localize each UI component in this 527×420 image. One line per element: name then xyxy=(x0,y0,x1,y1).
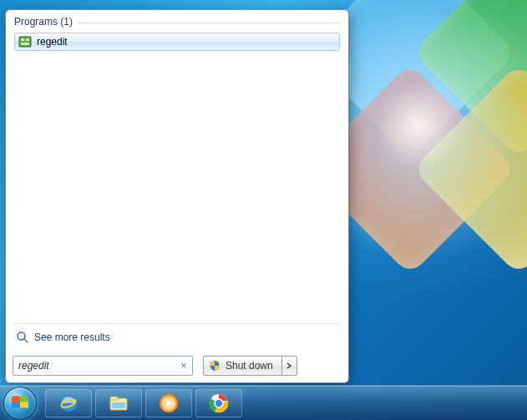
taskbar-pinned-chrome[interactable] xyxy=(195,389,242,417)
results-section-header: Programs (1) xyxy=(13,15,342,33)
taskbar xyxy=(0,385,527,420)
uac-shield-icon xyxy=(209,360,220,372)
windows-logo-icon xyxy=(11,394,29,412)
start-menu: Programs (1) regedit See more results × xyxy=(5,9,349,383)
shutdown-button[interactable]: Shut down xyxy=(203,356,282,376)
desktop: Programs (1) regedit See more results × xyxy=(0,0,527,420)
see-more-results-label: See more results xyxy=(34,331,110,343)
results-list: regedit xyxy=(13,33,342,320)
search-field-wrap: × xyxy=(13,356,193,376)
shutdown-split-button: Shut down xyxy=(203,356,297,376)
divider xyxy=(78,23,340,23)
svg-rect-9 xyxy=(110,397,118,400)
results-section-label: Programs (1) xyxy=(14,16,73,28)
internet-explorer-icon xyxy=(58,392,79,414)
shutdown-button-label: Shut down xyxy=(225,360,273,372)
search-icon xyxy=(16,331,29,344)
chrome-icon xyxy=(208,392,230,414)
taskbar-pinned-media-player[interactable] xyxy=(145,389,192,417)
start-button[interactable] xyxy=(3,387,37,420)
taskbar-pinned-ie[interactable] xyxy=(45,389,92,417)
start-menu-bottom-row: × Shut down xyxy=(13,349,342,376)
svg-line-5 xyxy=(24,339,28,342)
search-input[interactable] xyxy=(13,356,193,376)
regedit-icon xyxy=(18,35,32,48)
svg-rect-2 xyxy=(26,38,29,41)
chevron-right-icon xyxy=(286,362,292,369)
clear-search-icon[interactable]: × xyxy=(178,360,190,372)
svg-rect-1 xyxy=(21,38,24,41)
file-explorer-icon xyxy=(108,392,129,414)
svg-rect-0 xyxy=(19,37,31,47)
result-item-regedit[interactable]: regedit xyxy=(14,33,340,51)
media-player-icon xyxy=(158,392,180,414)
svg-rect-10 xyxy=(112,402,125,408)
taskbar-pinned-explorer[interactable] xyxy=(95,389,142,417)
shutdown-options-button[interactable] xyxy=(282,356,297,376)
result-item-label: regedit xyxy=(37,36,68,48)
svg-rect-3 xyxy=(21,43,29,45)
see-more-results-link[interactable]: See more results xyxy=(13,323,342,349)
